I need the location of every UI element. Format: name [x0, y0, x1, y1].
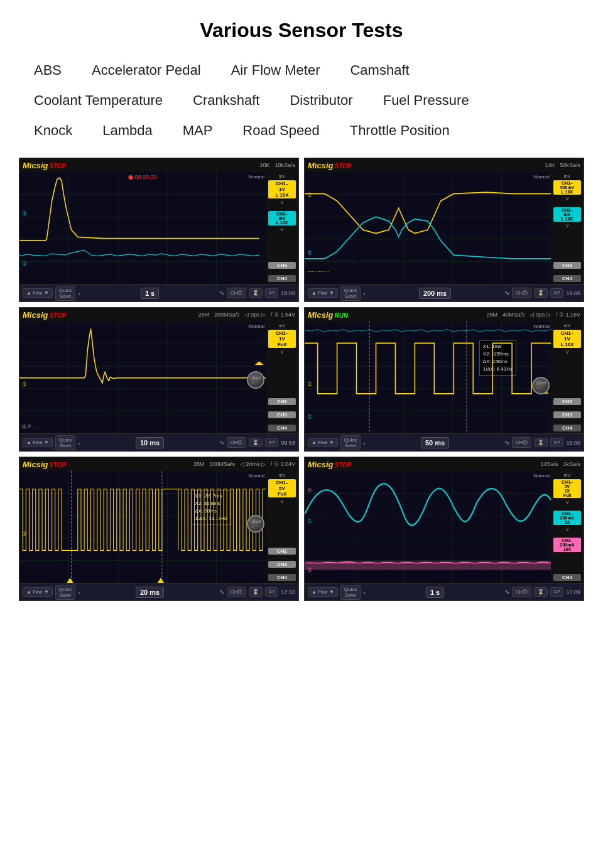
mem-btn-5[interactable]: ⌛ — [249, 587, 263, 597]
quicksave-btn-3[interactable]: QuickSave — [55, 435, 75, 450]
memory-4: 28M — [486, 312, 497, 318]
sensor-knock: Knock — [25, 120, 81, 141]
quicksave-btn-5[interactable]: QuickSave — [55, 585, 75, 600]
svg-rect-66 — [305, 561, 551, 570]
fine-btn-2[interactable]: ▲ Fine ▼ — [308, 288, 338, 298]
menu-btn-4[interactable]: ≡? — [550, 438, 563, 447]
brand-2: MicsigSTOP — [308, 161, 352, 170]
timestamp-2: 19:06 — [566, 290, 580, 296]
waveform-svg-4: ① ① — [305, 322, 551, 433]
fine-btn-6[interactable]: ▲ Fine ▼ — [308, 587, 338, 597]
timestamp-5: 17:33 — [281, 589, 295, 595]
osc-bottom-4: ▲ Fine ▼ QuickSave ᵥ 50 ms ∿ CH⑪ ⌛ ≡? 15… — [305, 433, 584, 451]
svg-text:①: ① — [307, 517, 313, 524]
mv-label-4: mV — [564, 323, 571, 328]
osc-main-6: Normal — [305, 471, 584, 583]
bottom-controls-right-4: ∿ CH⑪ ⌛ ≡? 15:00 — [504, 437, 580, 448]
osc-info-1: 10K 10kSa/s — [259, 162, 295, 168]
ch3-badge-4: CH3 — [553, 411, 581, 418]
memory-5: 28M — [193, 461, 205, 467]
sensor-airflow: Air Flow Meter — [222, 60, 329, 81]
level-knob-4[interactable]: Level⌄ — [532, 377, 550, 394]
v-label-4: V — [566, 350, 569, 354]
menu-btn-3[interactable]: ≡? — [265, 438, 278, 447]
level-knob-5[interactable]: Level⌄ — [247, 515, 264, 533]
osc-main-2: Normal · — [305, 172, 584, 284]
mem-btn-2[interactable]: ⌛ — [534, 288, 548, 298]
time-display-2: 200 ms — [419, 288, 451, 299]
timestamp-3: 09:53 — [281, 440, 295, 446]
osc-bottom-1: ▲ Fine ▼ QuickSave ᵥ 1 s ∿ CH⑪ ⌛ ≡? 18:0… — [19, 284, 298, 301]
ch1-badge-4: CH1–1VL 10X — [553, 330, 581, 348]
samplerate-2: 50kSa/s — [560, 162, 580, 168]
samplerate-6: 1kSa/s — [563, 461, 580, 467]
quicksave-btn-6[interactable]: QuickSave — [340, 585, 361, 600]
osc-topbar-4: MicsigRUN 28M 40MSa/s ◁ 0ps ▷ / ① 1.16V — [305, 308, 584, 322]
ch1-badge-1: CH1–1VL 10X — [268, 180, 296, 198]
ch-btn-4[interactable]: CH⑪ — [512, 437, 532, 448]
osc-bottom-2: ▲ Fine ▼ QuickSave ᵥ 200 ms ∿ CH⑪ ⌛ ≡? 1… — [305, 284, 584, 301]
menu-btn-2[interactable]: ≡? — [550, 288, 563, 298]
svg-text:①: ① — [22, 260, 28, 268]
mem-btn-4[interactable]: ⌛ — [534, 438, 548, 447]
ch-btn-2[interactable]: CH⑪ — [512, 288, 532, 298]
brand-5: MicsigSTOP — [23, 460, 67, 469]
sine-icon-6: ∿ — [504, 589, 509, 595]
osc-topbar-1: MicsigSTOP 10K 10kSa/s — [19, 158, 298, 172]
osc-sidebar-3: mV CH1–1VFull V CH2 CH3 CH4 — [266, 322, 298, 433]
mem-btn-1[interactable]: ⌛ — [249, 288, 263, 298]
ch-btn-3[interactable]: CH⑪ — [227, 437, 247, 448]
bottom-controls-right-6: ∿ CH⑪ ⌛ ≡? 17:09 — [504, 587, 580, 597]
waveform-svg-3: ① 噪声:…… — [19, 322, 266, 433]
ch2-badge-6: CH2–200mV1X — [553, 511, 581, 525]
sensor-abs: ABS — [25, 60, 70, 81]
ch-btn-6[interactable]: CH⑪ — [512, 587, 532, 597]
quicksave-btn-4[interactable]: QuickSave — [340, 435, 361, 450]
mv-label-1: mV — [279, 174, 286, 178]
osc-sidebar-6: mV CH1–5V1XFull V CH2–200mV1X V CH3–200m… — [551, 471, 584, 583]
sensor-row-1: ABS Accelerator Pedal Air Flow Meter Cam… — [25, 60, 578, 81]
ch3-badge-6: CH3–200mA10X — [553, 538, 581, 552]
sine-icon-4: ∿ — [504, 439, 509, 446]
menu-btn-1[interactable]: ≡? — [265, 288, 278, 298]
osc-info-3: 28M 200MSa/s ◁ 0ps ▷ / ① 1.54V — [198, 312, 295, 318]
svg-marker-55 — [67, 578, 73, 583]
wave-icon-4: ᵥ — [363, 439, 366, 446]
svg-text:···············: ··············· — [307, 268, 329, 274]
bottom-controls-1: ▲ Fine ▼ QuickSave ᵥ — [23, 286, 80, 301]
ch-btn-5[interactable]: CH⑪ — [227, 587, 247, 597]
samplerate-1: 10kSa/s — [274, 162, 295, 168]
memory-6: 14Sa/s — [540, 461, 558, 467]
page-container: Various Sensor Tests ABS Accelerator Ped… — [0, 0, 603, 614]
osc-main-4: Normal X1: 1msX2: -155msΔX: 156ms1/ΔX: 6… — [305, 322, 584, 433]
svg-text:①: ① — [22, 530, 28, 538]
v-label-5: V — [281, 499, 284, 504]
fine-btn-4[interactable]: ▲ Fine ▼ — [308, 438, 338, 447]
ch1-badge-6: CH1–5V1XFull — [553, 479, 581, 498]
ch2-badge-5: CH2 — [268, 548, 296, 555]
quicksave-btn-2[interactable]: QuickSave — [340, 286, 361, 301]
level-knob-3[interactable]: Level⌄ — [247, 371, 264, 389]
fine-btn-1[interactable]: ▲ Fine ▼ — [23, 288, 53, 298]
page-title: Various Sensor Tests — [19, 13, 584, 48]
mem-btn-3[interactable]: ⌛ — [249, 438, 263, 447]
osc-info-6: 14Sa/s 1kSa/s — [540, 461, 580, 467]
fine-btn-5[interactable]: ▲ Fine ▼ — [23, 587, 53, 597]
ch1-badge-5: CH1–5VFull — [268, 479, 296, 497]
svg-text:①: ① — [307, 192, 313, 199]
ch-btn-1[interactable]: CH⑪ — [227, 288, 247, 298]
menu-btn-5[interactable]: ≡? — [265, 587, 278, 597]
fine-btn-3[interactable]: ▲ Fine ▼ — [23, 438, 53, 447]
osc-topbar-3: MicsigSTOP 28M 200MSa/s ◁ 0ps ▷ / ① 1.54… — [19, 308, 298, 322]
bottom-controls-5: ▲ Fine ▼ QuickSave ᵥ — [23, 585, 80, 600]
quicksave-btn-1[interactable]: QuickSave — [55, 286, 75, 301]
mem-btn-6[interactable]: ⌛ — [534, 587, 548, 597]
sensor-lambda: Lambda — [94, 120, 161, 141]
wave-icon-3: ᵥ — [78, 439, 80, 446]
menu-btn-6[interactable]: ≡? — [550, 587, 563, 597]
osc-main-5: Normal X1: -59.7msX2: 30.8msΔX: 90ms1/ΔX… — [19, 471, 298, 583]
brand-3: MicsigSTOP — [23, 310, 67, 320]
bottom-controls-3: ▲ Fine ▼ QuickSave ᵥ — [23, 435, 80, 450]
ch2-badge-1: CH2–mVL 10X — [268, 211, 296, 225]
time-display-3: 10 ms — [136, 437, 164, 448]
